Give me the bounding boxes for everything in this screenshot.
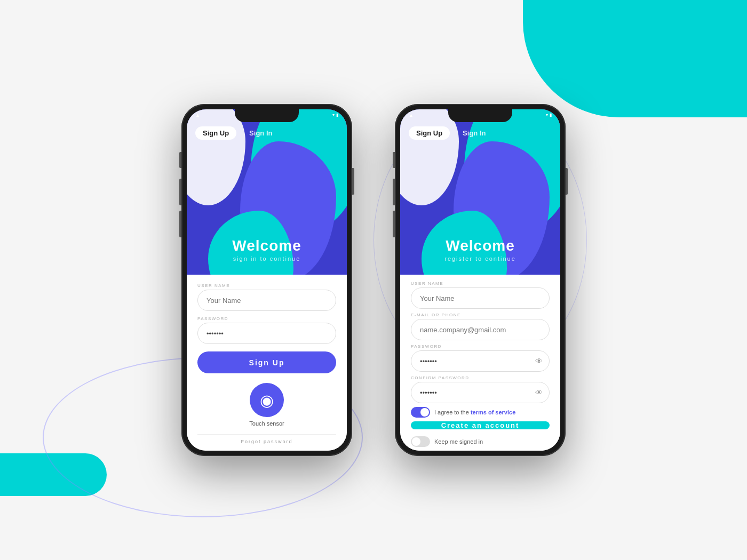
phone-2-confirm-group: CONFIRM PASSWORD 👁 [411, 375, 550, 403]
phone-1-username-group: USER NAME [197, 283, 336, 311]
fingerprint-icon: ◉ [260, 391, 274, 410]
phone-2-username-input[interactable] [420, 294, 541, 302]
phone-2-signal: ▲ [409, 113, 414, 118]
phone-1-body: USER NAME PASSWORD Sign Up [187, 275, 347, 451]
phone-1-password-group: PASSWORD [197, 316, 336, 344]
phone-1-welcome-title: Welcome [187, 237, 347, 254]
phone-2-email-group: E-MAIL OR PHONE [411, 313, 550, 340]
phone-1-btn-left3 [179, 211, 181, 237]
phone-1-password-label: PASSWORD [197, 316, 336, 321]
phone-2-confirm-input[interactable] [420, 389, 533, 397]
phone-2-keep-label: Keep me signed in [434, 438, 483, 445]
phone-1-username-field[interactable] [197, 290, 336, 311]
phone-2-terms-text: I agree to the terms of service [434, 409, 515, 415]
phone-2-confirm-label: CONFIRM PASSWORD [411, 375, 550, 380]
toggle-knob [420, 408, 429, 417]
phone-1-welcome-subtitle: sign in to continue [187, 255, 347, 262]
phone-2-btn-left1 [393, 152, 395, 168]
phone-1-nav-tabs: Sign Up Sign In [195, 126, 280, 140]
phone-1-screen: ▲ ▾ ▮ Sign Up Sign In Welcome sign in to… [187, 109, 347, 451]
wifi-icon-2: ▾ [546, 113, 548, 117]
phone-1-forgot-password[interactable]: Forgot password [197, 434, 336, 444]
phone-1-touch-section: ◉ Touch sensor [197, 383, 336, 427]
keep-toggle-knob [412, 437, 420, 446]
eye-icon-confirm[interactable]: 👁 [535, 388, 543, 397]
phone-2-status-icons: ▾ ▮ [546, 113, 552, 117]
phone-1-touch-label: Touch sensor [249, 420, 284, 427]
phone-1-password-field[interactable] [197, 323, 336, 344]
phone-2: ▲ ▾ ▮ Sign Up Sign In Welcome register t… [395, 104, 566, 456]
phone-1-username-input[interactable] [206, 297, 327, 305]
phone-1-signup-button[interactable]: Sign Up [197, 351, 336, 373]
phone-2-welcome: Welcome register to continue [400, 237, 560, 262]
phone-1-password-input[interactable] [206, 330, 327, 338]
phone-2-terms-row: I agree to the terms of service [411, 407, 550, 418]
eye-icon-password[interactable]: 👁 [535, 357, 543, 365]
phone-2-password-input[interactable] [420, 357, 533, 365]
phone-2-username-label: USER NAME [411, 281, 550, 286]
phone-1-header: ▲ ▾ ▮ Sign Up Sign In Welcome sign in to… [187, 109, 347, 275]
phone-2-password-label: PASSWORD [411, 344, 550, 349]
phone-2-signin-tab[interactable]: Sign In [455, 126, 493, 140]
phone-2-header: ▲ ▾ ▮ Sign Up Sign In Welcome register t… [400, 109, 560, 275]
phone-1-btn-left1 [179, 152, 181, 168]
phone-2-password-field[interactable]: 👁 [411, 350, 550, 372]
phone-1-btn-right [352, 168, 354, 195]
phone-2-keep-signed-row: Keep me signed in [411, 436, 550, 447]
phone-1-signin-tab[interactable]: Sign In [242, 126, 280, 140]
phone-2-nav-tabs: Sign Up Sign In [409, 126, 493, 140]
phone-2-create-button[interactable]: Create an account [411, 421, 550, 429]
phone-2-notch [448, 109, 512, 122]
phone-1-touch-circle[interactable]: ◉ [250, 383, 284, 417]
phone-2-btn-right [566, 168, 568, 195]
phone-2-confirm-field[interactable]: 👁 [411, 382, 550, 403]
phones-container: ▲ ▾ ▮ Sign Up Sign In Welcome sign in to… [0, 0, 747, 560]
phone-1-username-label: USER NAME [197, 283, 336, 288]
phone-2-email-input[interactable] [420, 326, 541, 334]
phone-2-body: USER NAME E-MAIL OR PHONE PASSWORD [400, 275, 560, 451]
phone-2-welcome-subtitle: register to continue [400, 255, 560, 262]
phone-2-username-group: USER NAME [411, 281, 550, 309]
terms-toggle[interactable] [411, 407, 430, 418]
phone-1-btn-left2 [179, 179, 181, 205]
phone-1-signup-tab[interactable]: Sign Up [195, 126, 236, 140]
phone-1-signal: ▲ [195, 113, 200, 118]
phone-2-screen: ▲ ▾ ▮ Sign Up Sign In Welcome register t… [400, 109, 560, 451]
phone-2-signup-tab[interactable]: Sign Up [409, 126, 450, 140]
phone-2-btn-left2 [393, 179, 395, 205]
keep-signed-toggle[interactable] [411, 436, 430, 447]
phone-1-notch [235, 109, 299, 122]
phone-2-btn-left3 [393, 211, 395, 237]
phone-1-status-icons: ▾ ▮ [332, 113, 338, 117]
wifi-icon: ▾ [332, 113, 335, 117]
phone-2-password-group: PASSWORD 👁 [411, 344, 550, 372]
phone-2-email-label: E-MAIL OR PHONE [411, 313, 550, 317]
phone-2-welcome-title: Welcome [400, 237, 560, 254]
battery-icon: ▮ [336, 113, 338, 117]
phone-2-email-field[interactable] [411, 319, 550, 340]
phone-1-welcome: Welcome sign in to continue [187, 237, 347, 262]
battery-icon-2: ▮ [550, 113, 552, 117]
phone-2-username-field[interactable] [411, 287, 550, 309]
phone-1: ▲ ▾ ▮ Sign Up Sign In Welcome sign in to… [181, 104, 352, 456]
